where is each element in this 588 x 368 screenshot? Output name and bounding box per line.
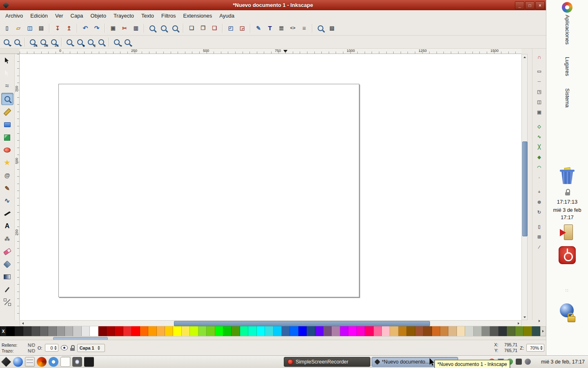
canvas[interactable] (20, 54, 521, 320)
panel-clock-time[interactable]: 17:17:13 (546, 199, 588, 205)
palette-swatch[interactable] (7, 326, 15, 336)
menu-capa[interactable]: Capa (67, 11, 87, 20)
palette-swatch[interactable] (523, 326, 532, 336)
document-properties-icon[interactable]: ▧ (327, 23, 337, 34)
launcher-firefox-icon[interactable] (37, 357, 47, 367)
palette-swatch[interactable] (165, 326, 173, 336)
palette-swatch[interactable] (140, 326, 148, 336)
vertical-scrollbar[interactable] (521, 54, 528, 320)
vertical-ruler[interactable]: 750500250 (15, 54, 20, 320)
window-titlebar[interactable]: *Nuevo documento 1 - Inkscape _□× (0, 0, 546, 10)
launcher-editor-icon[interactable] (25, 357, 35, 367)
snap-nodes-icon[interactable]: ◇ (535, 122, 543, 130)
palette-swatch[interactable] (182, 326, 190, 336)
palette-swatch[interactable] (282, 326, 290, 336)
zoom-fit-selection-icon[interactable] (147, 23, 158, 34)
menu-filtros[interactable]: Filtros (158, 11, 179, 20)
clone-icon[interactable]: ❐ (198, 23, 208, 34)
palette-swatch[interactable] (432, 326, 440, 336)
zoom-previous-icon[interactable]: ◂ (112, 37, 122, 47)
palette-swatch[interactable] (73, 326, 81, 336)
opacity-spinbox[interactable]: 0 (45, 344, 58, 352)
scroll-right-button[interactable] (516, 321, 521, 326)
layer-visibility-icon[interactable] (61, 345, 68, 350)
launcher-documents-icon[interactable] (60, 357, 70, 367)
menu-edicion[interactable]: Edición (27, 11, 51, 20)
palette-swatch[interactable] (499, 326, 507, 336)
palette-swatch[interactable] (240, 326, 248, 336)
palette-none-swatch[interactable]: X (0, 326, 7, 336)
keyring-icon[interactable] (565, 189, 570, 195)
menu-extensiones[interactable]: Extensiones (179, 11, 216, 20)
snap-midpoint-icon[interactable]: ◦ (535, 173, 543, 182)
calligraphy-tool[interactable] (2, 208, 13, 219)
zoom-2-1-icon[interactable]: 2:1 (49, 37, 59, 47)
menu-trayecto[interactable]: Trayecto (110, 11, 138, 20)
palette-swatch[interactable] (399, 326, 407, 336)
gradient-tool[interactable] (2, 271, 13, 283)
group-icon[interactable]: ◰ (225, 23, 236, 34)
shutdown-icon[interactable] (559, 246, 576, 264)
palette-swatch[interactable] (107, 326, 115, 336)
window-minimize-button[interactable]: _ (515, 1, 524, 9)
palette-swatch[interactable] (274, 326, 282, 336)
unlink-clone-icon[interactable]: ❑ (209, 23, 220, 34)
ungroup-icon[interactable]: ◲ (237, 23, 247, 34)
palette-swatch[interactable] (98, 326, 107, 336)
zoom-tool[interactable] (1, 93, 13, 105)
palette-swatch[interactable] (357, 326, 365, 336)
palette-swatch[interactable] (407, 326, 415, 336)
spin-up-icon[interactable] (54, 346, 57, 348)
xml-editor-icon[interactable]: <> (287, 23, 298, 34)
box3d-tool[interactable] (2, 132, 13, 143)
cut-icon[interactable]: ✂ (119, 23, 130, 34)
document-page[interactable] (58, 84, 359, 297)
pencil-tool[interactable]: ✎ (2, 182, 13, 194)
palette-swatch[interactable] (40, 326, 48, 336)
palette-swatch[interactable] (207, 326, 215, 336)
save-icon[interactable]: ◫ (24, 23, 35, 34)
palette-swatch[interactable] (332, 326, 340, 336)
scroll-up-button[interactable] (522, 54, 527, 60)
horizontal-scroll-thumb[interactable] (174, 321, 430, 326)
menu-objeto[interactable]: Objeto (87, 11, 110, 20)
palette-swatch[interactable] (131, 326, 140, 336)
taskbar-clock[interactable]: mié 3 de feb, 17:17 (541, 359, 585, 365)
spinner-buttons[interactable] (98, 346, 100, 350)
scroll-left-button[interactable] (20, 321, 25, 326)
spin-down-icon[interactable] (98, 348, 100, 350)
spiral-tool[interactable]: @ (2, 170, 13, 181)
copy-icon[interactable]: ▣ (108, 23, 118, 34)
spin-up-icon[interactable] (98, 346, 100, 348)
trash-icon[interactable] (560, 168, 575, 184)
snap-bbox-icon[interactable]: ▭ (535, 67, 543, 75)
palette-swatch[interactable] (474, 326, 482, 336)
palette-swatch[interactable] (90, 326, 98, 336)
palette-swatch[interactable] (173, 326, 181, 336)
launcher-chromium-icon[interactable] (49, 357, 58, 367)
palette-swatch[interactable] (323, 326, 332, 336)
zoom-fit-page-icon[interactable] (170, 23, 180, 34)
snap-intersection-icon[interactable]: ╳ (535, 143, 543, 151)
spin-down-icon[interactable] (54, 348, 57, 350)
palette-swatch[interactable] (298, 326, 307, 336)
window-maximize-button[interactable]: □ (525, 1, 535, 9)
zoom-in-icon[interactable]: + (2, 37, 11, 47)
vertical-scroll-thumb[interactable] (522, 141, 528, 236)
zoom-page-icon[interactable]: ▯ (86, 37, 96, 47)
text-tool[interactable]: A (2, 220, 13, 232)
palette-swatch[interactable] (482, 326, 490, 336)
text-dialog-icon[interactable]: T (265, 23, 275, 34)
palette-swatch[interactable] (123, 326, 131, 336)
layer-selector[interactable]: Capa 1 (77, 344, 105, 352)
node-tool[interactable] (2, 67, 13, 79)
new-document-icon[interactable]: ▯ (2, 23, 12, 34)
layers-dialog-icon[interactable]: ≣ (276, 23, 287, 34)
palette-swatch[interactable] (382, 326, 390, 336)
palette-swatch[interactable] (423, 326, 432, 336)
palette-swatch[interactable] (115, 326, 123, 336)
palette-swatch[interactable] (198, 326, 207, 336)
palette-swatch[interactable] (440, 326, 448, 336)
palette-swatch[interactable] (15, 326, 23, 336)
palette-swatch[interactable] (157, 326, 165, 336)
